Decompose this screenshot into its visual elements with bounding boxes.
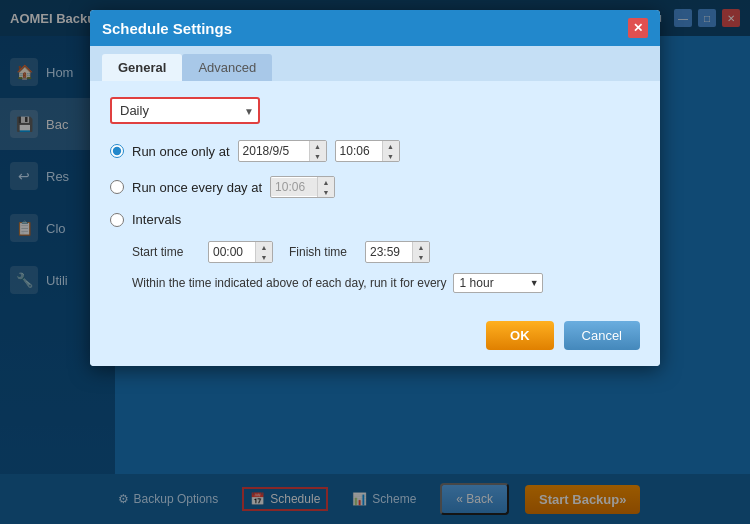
start-time-input[interactable] xyxy=(209,243,255,261)
run-once-time-input[interactable] xyxy=(336,142,382,160)
dialog-tabs: General Advanced xyxy=(90,46,660,81)
finish-time-spin-down[interactable]: ▼ xyxy=(413,252,429,262)
date-spin-up[interactable]: ▲ xyxy=(310,141,326,151)
interval-text-row: Within the time indicated above of each … xyxy=(132,273,640,293)
radio-group: Run once only at ▲ ▼ ▲ xyxy=(110,140,640,293)
time-row: Start time ▲ ▼ Finish time xyxy=(132,241,640,263)
intervals-section: Start time ▲ ▼ Finish time xyxy=(110,241,640,293)
date-input[interactable] xyxy=(239,142,309,160)
frequency-select[interactable]: Daily Weekly Monthly Once Event triggers… xyxy=(110,97,260,124)
start-time-spin-down[interactable]: ▼ xyxy=(256,252,272,262)
run-once-time-wrap: ▲ ▼ xyxy=(335,140,400,162)
radio-intervals-label: Intervals xyxy=(132,212,181,227)
radio-run-once[interactable] xyxy=(110,144,124,158)
every-day-spin-down[interactable]: ▼ xyxy=(318,187,334,197)
every-day-time-input xyxy=(271,178,317,196)
run-once-time-spin-down[interactable]: ▼ xyxy=(383,151,399,161)
every-day-time-spin: ▲ ▼ xyxy=(317,177,334,197)
dialog-titlebar: Schedule Settings ✕ xyxy=(90,10,660,46)
radio-row-every-day: Run once every day at ▲ ▼ xyxy=(110,176,640,198)
cancel-button[interactable]: Cancel xyxy=(564,321,640,350)
dialog-title: Schedule Settings xyxy=(102,20,232,37)
finish-time-input[interactable] xyxy=(366,243,412,261)
date-spin: ▲ ▼ xyxy=(309,141,326,161)
radio-every-day-label: Run once every day at xyxy=(132,180,262,195)
date-input-wrap: ▲ ▼ xyxy=(238,140,327,162)
every-day-time-wrap: ▲ ▼ xyxy=(270,176,335,198)
interval-select-wrap: 1 hour 2 hours 4 hours 6 hours 8 hours 1… xyxy=(453,273,543,293)
radio-every-day[interactable] xyxy=(110,180,124,194)
run-once-time-spin-up[interactable]: ▲ xyxy=(383,141,399,151)
app-background: AOMEI Backupper Standard ⬆ Upgrade ≡ Men… xyxy=(0,0,750,524)
start-time-label: Start time xyxy=(132,245,192,259)
tab-general[interactable]: General xyxy=(102,54,182,81)
modal-overlay: Schedule Settings ✕ General Advanced Dai… xyxy=(0,0,750,524)
radio-run-once-label: Run once only at xyxy=(132,144,230,159)
interval-select[interactable]: 1 hour 2 hours 4 hours 6 hours 8 hours 1… xyxy=(453,273,543,293)
tab-advanced[interactable]: Advanced xyxy=(182,54,272,81)
start-time-spin-up[interactable]: ▲ xyxy=(256,242,272,252)
finish-time-label: Finish time xyxy=(289,245,349,259)
dialog-body: Daily Weekly Monthly Once Event triggers… xyxy=(90,81,660,309)
run-once-time-spin: ▲ ▼ xyxy=(382,141,399,161)
dialog-footer: OK Cancel xyxy=(90,309,660,366)
schedule-settings-dialog: Schedule Settings ✕ General Advanced Dai… xyxy=(90,10,660,366)
finish-time-spin: ▲ ▼ xyxy=(412,242,429,262)
finish-time-wrap: ▲ ▼ xyxy=(365,241,430,263)
interval-description: Within the time indicated above of each … xyxy=(132,276,447,290)
every-day-spin-up[interactable]: ▲ xyxy=(318,177,334,187)
dialog-close-button[interactable]: ✕ xyxy=(628,18,648,38)
start-time-wrap: ▲ ▼ xyxy=(208,241,273,263)
start-time-spin: ▲ ▼ xyxy=(255,242,272,262)
date-spin-down[interactable]: ▼ xyxy=(310,151,326,161)
radio-intervals[interactable] xyxy=(110,213,124,227)
frequency-select-wrap: Daily Weekly Monthly Once Event triggers… xyxy=(110,97,260,124)
finish-time-spin-up[interactable]: ▲ xyxy=(413,242,429,252)
radio-row-intervals: Intervals xyxy=(110,212,640,227)
radio-row-run-once: Run once only at ▲ ▼ ▲ xyxy=(110,140,640,162)
ok-button[interactable]: OK xyxy=(486,321,554,350)
